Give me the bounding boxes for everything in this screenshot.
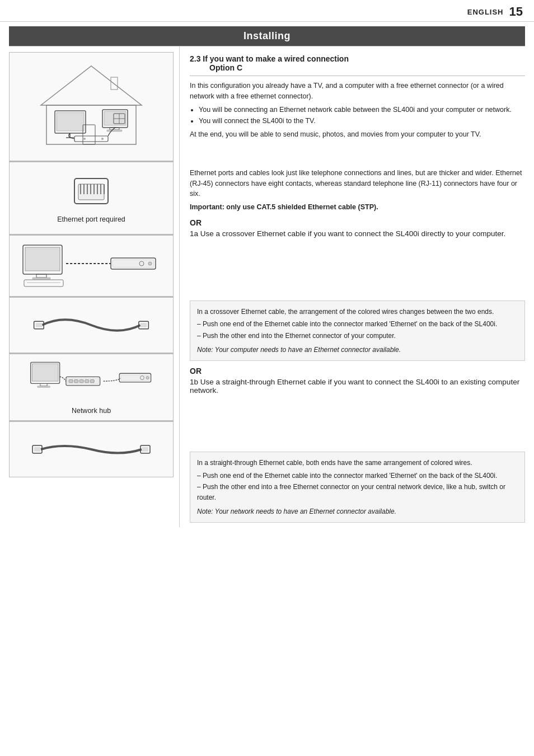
ethernet-port-svg xyxy=(66,173,116,212)
ethernet-info: Ethernet ports and cables look just like… xyxy=(190,168,525,213)
right-column: 2.3 If you want to make a wired connecti… xyxy=(180,46,525,527)
or-label-1: OR xyxy=(190,218,525,227)
svg-rect-32 xyxy=(24,280,63,287)
svg-point-12 xyxy=(101,138,104,140)
crossover-svg xyxy=(18,242,164,290)
step-1a-label: 1a Use a crossover Ethernet cable if you… xyxy=(190,229,525,238)
svg-rect-45 xyxy=(38,386,50,388)
bullet-1: You will be connecting an Ethernet netwo… xyxy=(199,105,525,115)
svg-rect-39 xyxy=(36,323,43,327)
svg-rect-43 xyxy=(32,364,58,381)
crossover-detail: In a crossover Ethernet cable, the arran… xyxy=(190,300,525,361)
svg-rect-50 xyxy=(79,380,83,383)
left-column: Ethernet port required xyxy=(9,46,180,527)
svg-rect-60 xyxy=(142,447,148,452)
cable-svg xyxy=(30,303,153,347)
svg-rect-49 xyxy=(74,380,78,383)
svg-rect-29 xyxy=(25,247,60,271)
svg-rect-9 xyxy=(107,130,122,132)
svg-point-56 xyxy=(146,376,149,379)
section-title: 2.3 If you want to make a wired connecti… xyxy=(190,54,525,72)
straight-through-detail: In a straight-through Ethernet cable, bo… xyxy=(190,452,525,523)
crossover-note: Note: Your computer needs to have an Eth… xyxy=(197,345,518,355)
cable-illustration xyxy=(9,297,174,353)
setup-illustration xyxy=(9,52,174,161)
step-1b-label: 1b Use a straight-through Ethernet cable… xyxy=(190,378,525,395)
page-number: 15 xyxy=(509,4,523,19)
network-hub-label: Network hub xyxy=(72,407,111,415)
svg-rect-41 xyxy=(140,323,147,327)
svg-rect-52 xyxy=(90,380,94,383)
svg-marker-0 xyxy=(41,66,142,105)
svg-rect-44 xyxy=(40,383,47,386)
svg-point-37 xyxy=(148,262,152,265)
svg-rect-31 xyxy=(32,278,50,279)
or-label-2: OR xyxy=(190,367,525,375)
svg-rect-54 xyxy=(121,375,149,381)
crossover-illustration xyxy=(9,235,174,297)
ethernet-important: Important: only use CAT.5 shielded Ether… xyxy=(190,202,525,213)
main-layout: Ethernet port required xyxy=(9,46,525,527)
house-setup-svg xyxy=(24,60,158,153)
svg-rect-58 xyxy=(34,447,40,452)
section-intro: In this configuration you already have a… xyxy=(190,81,525,140)
straight-cable-svg xyxy=(30,429,153,471)
hub-svg xyxy=(18,360,164,403)
svg-rect-3 xyxy=(57,112,84,131)
ethernet-port-label: Ethernet port required xyxy=(57,215,125,223)
ethernet-port-illustration: Ethernet port required xyxy=(9,162,174,234)
svg-rect-48 xyxy=(69,380,73,383)
page-header: ENGLISH 15 xyxy=(0,0,534,22)
straight-note: Note: Your network needs to have an Ethe… xyxy=(197,506,518,517)
language-label: ENGLISH xyxy=(467,8,504,16)
bullet-2: You will connect the SL400i to the TV. xyxy=(199,116,525,126)
network-hub-illustration: Network hub xyxy=(9,354,174,421)
page-title: Installing xyxy=(9,26,525,46)
straight-cable-illustration xyxy=(9,421,174,477)
svg-rect-19 xyxy=(78,184,104,200)
svg-rect-35 xyxy=(113,260,154,267)
svg-rect-51 xyxy=(85,380,89,383)
svg-point-11 xyxy=(83,138,86,140)
svg-rect-30 xyxy=(36,274,46,278)
section-conclusion: At the end, you will be able to send mus… xyxy=(190,129,525,140)
